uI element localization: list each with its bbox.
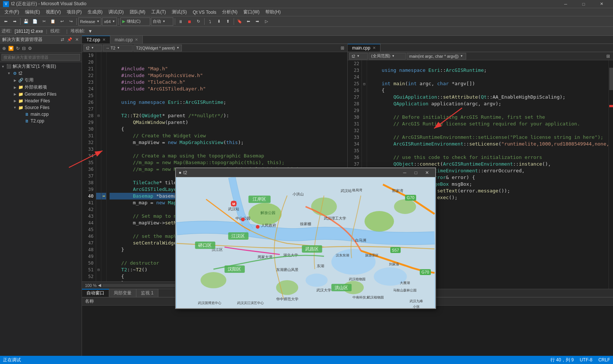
auto-tab-active[interactable]: 自动窗口 [82,289,109,297]
toolbar-btn-save[interactable]: 💾 [22,17,30,26]
toolbar-btn-undo[interactable]: ↩ [58,17,66,26]
platform-dropdown[interactable]: x64 ▼ [102,17,117,26]
menu-tools[interactable]: 工具(T) [148,8,169,16]
toolbar-btn-5[interactable]: 📋 [49,17,57,26]
map-svg: 江岸区 武汉站 解放公园 江汉区 汉江区 武昌区 汉阳区 [176,177,435,308]
solution-explorer-icons: ⇄ 📌 ✕ [60,37,79,42]
r-code-32 [370,127,606,134]
toolbar-btn-extra3[interactable]: ▷ [262,17,271,26]
solution-search-input[interactable] [1,54,80,61]
maincpp-right-close[interactable]: ✕ [373,46,376,50]
tree-item-main-cpp[interactable]: ▶ 🗎 main.cpp [0,111,82,118]
map-minimize-btn[interactable]: ─ [399,169,410,177]
toolbar-btn-1[interactable]: ⬅ [1,17,10,26]
toolbar-separator-2 [76,18,77,25]
right-nav-method[interactable]: main(int argc, char * argv[]) ▼ [407,53,466,60]
right-expand-btn[interactable]: ⊞ [605,54,612,59]
left-nav-class[interactable]: t2 ▼ [83,45,102,51]
tree-item-gen-files[interactable]: ▶ 📁 Generated Files [0,91,82,98]
tree-item-ext-deps[interactable]: ▶ 📁 外部依赖项 [0,84,82,91]
map-maximize-btn[interactable]: □ [411,169,421,177]
r-code-22 [370,60,606,67]
menu-qt[interactable]: Qt VS Tools [190,9,219,16]
menu-test[interactable]: 测试(S) [169,8,190,16]
debug-btn-stepover[interactable]: ⤵ [206,17,214,26]
toolbar-btn-redo[interactable]: ↪ [67,17,75,26]
close-button[interactable]: ✕ [593,0,610,8]
tree-item-t2[interactable]: ▼ ⚙ t2 [0,70,82,77]
tab-t2cpp[interactable]: T2.cpp ✕ [82,36,110,44]
minimize-button[interactable]: ─ [557,0,574,8]
menu-edit[interactable]: 编辑(E) [22,8,43,16]
map-close-btn[interactable]: ✕ [422,169,432,177]
left-nav-method-label: T2(QWidget * parent) [136,46,175,50]
menu-team[interactable]: 团队(M) [127,8,148,16]
toolbar-btn-extra1[interactable]: ⬅ [244,17,253,26]
continue-label: 继续(C) [127,19,140,24]
auto-tab-watch[interactable]: 监视 1 [136,289,158,297]
svg-text:东湖: 东湖 [317,264,324,268]
r-code-24 [370,74,606,80]
left-nav-method[interactable]: T2(QWidget * parent) ▼ [133,45,182,51]
panel-close-icon[interactable]: ✕ [75,37,79,42]
source-files-label: Source Files [25,105,50,110]
maximize-button[interactable]: □ [575,0,592,8]
left-expand-btn[interactable]: ⊞ [339,45,346,51]
right-nav-scope[interactable]: (全局范围) ▼ [369,53,406,60]
t2cpp-tab-close[interactable]: ✕ [102,38,105,42]
menu-view[interactable]: 视图(V) [43,8,64,16]
tab-maincpp-top[interactable]: main.cpp ✕ [110,36,143,44]
continue-button[interactable]: ▶ 继续(C) [120,17,150,26]
tree-item-header-files[interactable]: ▶ 📁 Header Files [0,98,82,104]
tree-item-refs[interactable]: ▶ 🔗 引用 [0,77,82,84]
scroll-left-btn[interactable]: ◀ [98,283,101,288]
toolbar-btn-extra2[interactable]: ➡ [253,17,262,26]
auto-dropdown[interactable]: 自动 ▼ [151,17,173,26]
debug-btn-stop[interactable]: ⏹ [186,17,194,26]
t2-project-icon: ⚙ [12,70,18,76]
menu-help[interactable]: 帮助(H) [262,8,284,16]
svg-text:G70: G70 [407,195,415,200]
stackframe-dropdown[interactable]: ▼ [88,29,92,34]
tree-item-source-files[interactable]: ▼ 📁 Source Files [0,104,82,111]
config-dropdown[interactable]: Release ▼ [78,17,101,26]
gear-icon[interactable]: ⚙ [27,46,33,51]
toolbar-btn-4[interactable]: ✂ [40,17,48,26]
ext-deps-icon: 📁 [18,84,24,90]
svg-text:中南科技大: 中南科技大 [353,296,369,299]
new-solution-icon[interactable]: ⊕ [1,46,7,51]
right-nav-scope-label: (全局范围) [371,53,390,59]
code-line-28: T2::T2(QWidget* parent /**nullptr*/): [110,112,344,119]
debug-btn-pause[interactable]: ⏸ [177,17,185,26]
menu-project[interactable]: 项目(P) [64,8,85,16]
right-nav-class[interactable]: t2 ▼ [349,53,368,60]
refresh-icon[interactable]: ↻ [15,46,20,51]
menu-analyze[interactable]: 分析(N) [219,8,240,16]
auto-tab-locals[interactable]: 局部变量 [109,289,136,297]
toolbar-btn-2[interactable]: ➡ [10,17,19,26]
tab-maincpp-right[interactable]: main.cpp ✕ [348,44,380,52]
menu-debug[interactable]: 调试(D) [105,8,127,16]
right-nav-method-arrow: ▼ [460,54,463,58]
maincpp-tab-close-top[interactable]: ✕ [135,38,138,42]
tree-item-t2-cpp[interactable]: ▶ 🗎 T2.cpp [0,118,82,124]
menu-file[interactable]: 文件(F) [1,8,22,16]
gen-files-icon: 📁 [18,91,24,97]
collapse-all-icon[interactable]: ⊟ [21,46,26,51]
filter-icon[interactable]: 🔽 [7,46,15,51]
tree-item-solution[interactable]: ▼ ⬛ 解决方案't2'(1 个项目) [0,63,82,70]
code-line-32: m_mapView = new MapGraphicsView(this); [110,139,344,146]
toolbar-btn-3[interactable]: 📄 [31,17,39,26]
left-nav-scope[interactable]: → T2 ▼ [103,45,133,51]
menu-build[interactable]: 生成(B) [85,8,105,16]
svg-text:刘家庙: 刘家庙 [389,262,399,266]
debug-btn-stepin[interactable]: ⬇ [215,17,223,26]
right-scrollbar[interactable] [609,60,613,289]
bookmark-btn[interactable]: 🔖 [236,17,244,26]
right-nav-scope-arrow: ▼ [392,54,395,58]
debug-btn-restart[interactable]: ↻ [195,17,203,26]
sync-icon[interactable]: ⇄ [60,37,65,42]
pin-icon[interactable]: 📌 [66,37,73,42]
debug-btn-stepout[interactable]: ⬆ [224,17,232,26]
menu-window[interactable]: 窗口(W) [240,8,262,16]
